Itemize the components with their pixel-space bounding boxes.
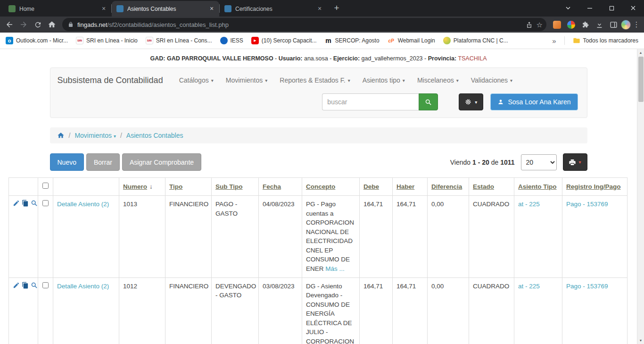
breadcrumb-movimientos[interactable]: Movimientos ▾ — [74, 132, 116, 139]
minimize-button[interactable] — [579, 0, 601, 16]
bookmark-label: SERCOP: Agosto — [335, 37, 380, 44]
extension-icon-google[interactable] — [564, 18, 578, 31]
edit-icon[interactable] — [13, 200, 20, 207]
bookmark-label: Webmail Login — [398, 37, 435, 44]
scrollbar-thumb[interactable] — [638, 57, 644, 102]
row-checkbox[interactable] — [42, 282, 49, 288]
home-breadcrumb-icon[interactable] — [57, 132, 65, 139]
new-tab-button[interactable]: + — [330, 2, 343, 15]
url-path: /sf2/contabilidad/asientos_contables_lis… — [107, 21, 229, 28]
col-header-haber[interactable]: Haber — [396, 183, 414, 190]
col-header-sub-tipo[interactable]: Sub Tipo — [215, 183, 243, 190]
breadcrumb-current[interactable]: Asientos Contables — [126, 132, 183, 139]
page-scrollbar[interactable]: ▲ ▼ — [637, 49, 644, 344]
close-icon[interactable]: × — [316, 5, 323, 13]
delete-button[interactable]: Borrar — [86, 153, 120, 171]
bookmark-sercop-capacit[interactable]: ▶ (10) Sercop Capacit... — [251, 37, 317, 44]
bookmark-star-icon[interactable]: ☆ — [537, 21, 543, 28]
close-icon[interactable]: × — [208, 5, 215, 13]
copy-icon[interactable] — [22, 200, 29, 207]
bookmarks-overflow-icon[interactable]: » — [552, 37, 556, 45]
browser-menu-icon[interactable]: ⋮ — [632, 20, 641, 29]
search-button[interactable] — [419, 93, 438, 110]
col-header-concepto[interactable]: Concepto — [306, 183, 335, 190]
print-button[interactable]: ▾ — [563, 153, 587, 171]
asiento-tipo-link[interactable]: at - 225 — [518, 283, 540, 290]
bookmark-iess[interactable]: IESS — [220, 37, 243, 44]
bookmark-label: Outlook.com - Micr... — [16, 37, 68, 44]
chevron-down-icon[interactable] — [557, 0, 579, 16]
tab-title: Certificaciones — [235, 6, 312, 12]
maximize-button[interactable] — [601, 0, 622, 16]
registro-link[interactable]: Pago - 153769 — [566, 201, 608, 208]
bookmark-sri-consultas[interactable]: SRI SRI en Línea - Cons... — [146, 37, 212, 44]
search-input[interactable] — [322, 93, 419, 110]
forward-icon[interactable] — [17, 18, 30, 31]
extensions-puzzle-icon[interactable] — [578, 18, 592, 31]
view-icon[interactable] — [31, 200, 38, 207]
asiento-tipo-link[interactable]: at - 225 — [518, 201, 540, 208]
app-navbar: Subsistema de Contabilidad Catálogos ▾ M… — [50, 67, 587, 118]
app-title[interactable]: Subsistema de Contabilidad — [58, 76, 163, 85]
bookmark-sercop-agosto[interactable]: m SERCOP: Agosto — [325, 37, 380, 44]
home-icon[interactable] — [45, 18, 58, 31]
back-icon[interactable] — [3, 18, 16, 31]
detalle-asiento-link[interactable]: Detalle Asiento (2) — [57, 201, 109, 208]
chevron-down-icon: ▾ — [510, 78, 512, 83]
col-header-diferencia[interactable]: Diferencia — [431, 183, 462, 190]
bookmark-webmail[interactable]: cP Webmail Login — [388, 37, 435, 44]
menu-validaciones[interactable]: Validaciones ▾ — [471, 76, 512, 84]
share-icon[interactable] — [526, 21, 533, 28]
bookmark-all-bookmarks[interactable]: Todos los marcadores — [573, 37, 638, 44]
col-header-fecha[interactable]: Fecha — [263, 183, 281, 190]
address-bar[interactable]: fingads.net/sf2/contabilidad/asientos_co… — [62, 18, 546, 31]
col-header-estado[interactable]: Estado — [473, 183, 494, 190]
new-button[interactable]: Nuevo — [50, 153, 84, 171]
col-header-debe[interactable]: Debe — [363, 183, 379, 190]
bookmark-outlook[interactable]: o Outlook.com - Micr... — [6, 37, 68, 44]
row-checkbox[interactable] — [42, 200, 49, 206]
scroll-up-icon[interactable]: ▲ — [637, 49, 644, 56]
bookmark-sri-inicio[interactable]: SRI SRI en Línea - Inicio — [76, 37, 138, 44]
view-icon[interactable] — [31, 282, 38, 289]
copy-icon[interactable] — [22, 282, 29, 289]
col-header-tipo[interactable]: Tipo — [169, 183, 182, 190]
scroll-down-icon[interactable]: ▼ — [637, 337, 644, 344]
detalle-asiento-link[interactable]: Detalle Asiento (2) — [57, 283, 109, 290]
refresh-icon[interactable] — [31, 18, 44, 31]
tab-home[interactable]: Home × — [4, 1, 111, 17]
extension-icon-orange[interactable] — [550, 18, 563, 31]
tab-asientos-contables[interactable]: Asientos Contables × — [112, 1, 219, 17]
cell-fecha: 03/08/2023 — [259, 277, 302, 344]
registro-link[interactable]: Pago - 153769 — [566, 283, 608, 290]
tab-strip: Home × Asientos Contables × Certificacio… — [0, 0, 644, 17]
assign-voucher-button[interactable]: Asignar Comprobante — [122, 153, 201, 171]
profile-avatar[interactable] — [621, 20, 631, 30]
user-menu-button[interactable]: Sosa Loor Ana Karen — [490, 93, 578, 110]
menu-catalogos[interactable]: Catálogos ▾ — [179, 76, 214, 84]
menu-miscelaneos[interactable]: Miscelaneos ▾ — [417, 76, 459, 84]
bookmark-plataforma-cnc[interactable]: Plataforma CNC | C... — [443, 37, 508, 44]
col-header-asiento-tipo[interactable]: Asiento Tipo — [518, 183, 557, 190]
col-header-registro[interactable]: Registro Ing/Pago — [566, 183, 621, 190]
menu-asientos-tipo[interactable]: Asientos tipo ▾ — [363, 76, 405, 84]
cell-numero: 1013 — [119, 196, 165, 278]
close-window-button[interactable] — [622, 0, 644, 16]
downloads-icon[interactable] — [593, 18, 606, 31]
side-panel-icon[interactable] — [607, 18, 620, 31]
cnc-icon — [443, 37, 451, 44]
settings-button[interactable]: ▾ — [459, 93, 483, 110]
mas-link[interactable]: Más ... — [325, 265, 345, 272]
page-viewport: GAD: GAD PARROQUIAL VALLE HERMOSO - Usua… — [0, 49, 644, 344]
bookmark-label: SRI en Línea - Inicio — [86, 37, 138, 44]
close-icon[interactable]: × — [100, 5, 107, 13]
tab-certificaciones[interactable]: Certificaciones × — [220, 1, 327, 17]
col-header-numero[interactable]: Numero — [123, 183, 147, 190]
menu-reportes[interactable]: Reportes & Estados F. ▾ — [280, 76, 350, 84]
edit-icon[interactable] — [13, 282, 20, 289]
menu-movimientos[interactable]: Movimientos ▾ — [226, 76, 268, 84]
sri-icon: SRI — [146, 37, 153, 44]
url-domain: fingads.net — [77, 21, 107, 28]
page-size-select[interactable]: 20 — [521, 154, 557, 170]
select-all-checkbox[interactable] — [42, 183, 49, 189]
